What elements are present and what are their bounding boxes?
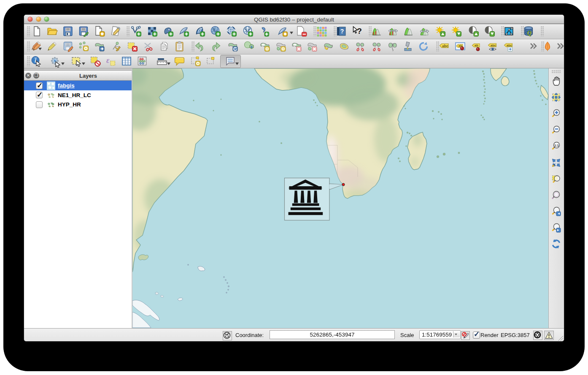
- svg-text:abc: abc: [491, 43, 496, 47]
- svg-text:abc: abc: [507, 43, 512, 47]
- svg-text:Q: Q: [527, 30, 531, 36]
- svg-text:ε: ε: [106, 56, 110, 65]
- svg-text:abc: abc: [442, 43, 448, 48]
- svg-text:1:1: 1:1: [554, 144, 559, 147]
- svg-text:ab: ab: [475, 43, 478, 47]
- svg-text:?: ?: [340, 28, 344, 35]
- svg-text:?: ?: [357, 27, 362, 35]
